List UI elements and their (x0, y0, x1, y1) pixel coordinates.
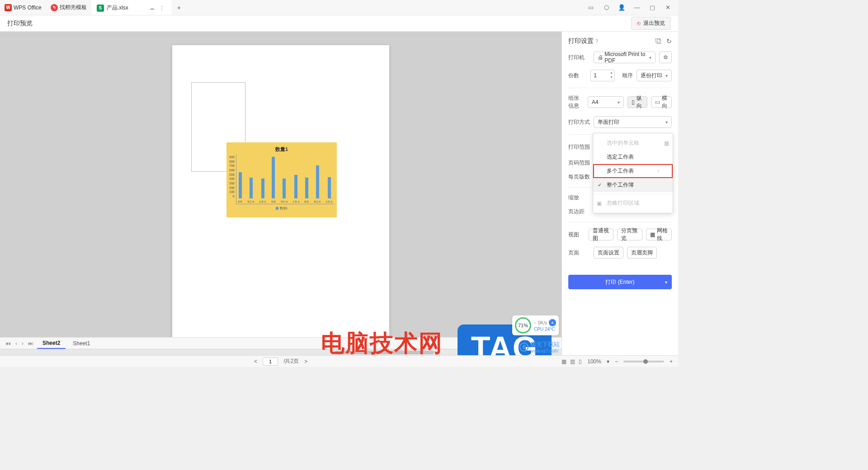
tab-file-product[interactable]: S 产品.xlsx ☁ ⋮ (91, 0, 172, 15)
dropdown-option-whole-workbook[interactable]: ✓整个工作簿 (593, 178, 673, 192)
chart-legend: 数量1 (226, 204, 337, 212)
titlebar: W WPS Office ✎ 找稻壳模板 S 产品.xlsx ☁ ⋮ + ▭ ⬡… (0, 0, 678, 15)
print-button[interactable]: 打印 (Enter)▾ (568, 275, 672, 289)
page-row: 页面 页面设置 页眉页脚 (568, 247, 672, 258)
print-range-dropdown: 选中的单元格 ▦ 选定工作表 多个工作表› ✓整个工作簿 ▣忽略打印区域 (593, 133, 673, 213)
zoom-thumb[interactable] (643, 359, 648, 364)
preview-header: 打印预览 ⎋ 退出预览 (0, 15, 678, 32)
sheet-nav-first[interactable]: ⏮ (4, 339, 13, 348)
view-mode-3-icon[interactable]: ▯ (579, 358, 582, 365)
print-method-select[interactable]: 单面打印▾ (594, 116, 672, 128)
copies-row: 份数 1 ▲▼ 顺序 逐份打印▾ (568, 70, 672, 81)
help-icon[interactable]: ? (595, 38, 598, 44)
chart-title: 数量1 (226, 142, 337, 155)
view-grid-button[interactable]: ▦网格线 (646, 229, 672, 240)
check-icon: ✓ (598, 182, 602, 188)
window-minimize-button[interactable]: — (630, 1, 644, 14)
paper-select[interactable]: A4▾ (588, 96, 624, 108)
avatar-icon[interactable]: 👤 (615, 1, 628, 14)
landscape-icon: ▭ (655, 99, 660, 105)
preview-scroll[interactable]: 数量1 9008007006005004003002001000 铅笔笔记本文具… (0, 32, 561, 337)
sheet-nav: ⏮ ‹ › ⏭ (4, 339, 35, 348)
printer-select[interactable]: 🖨 Microsoft Print to PDF▾ (594, 52, 656, 63)
zoom-slider[interactable] (623, 361, 664, 362)
orientation-landscape-button[interactable]: ▭横向 (651, 96, 672, 108)
tab-close-icon[interactable]: ⋮ (157, 5, 166, 11)
page-number-input[interactable] (263, 357, 278, 366)
bar: 文具盒 (292, 175, 300, 204)
sheet-nav-last[interactable]: ⏭ (26, 339, 35, 348)
header-footer-button[interactable]: 页眉页脚 (627, 247, 657, 258)
print-method-row: 打印方式 单面打印▾ (568, 116, 672, 128)
print-page: 数量1 9008007006005004003002001000 铅笔笔记本文具… (172, 45, 389, 337)
page-total: /共2页 (283, 357, 299, 365)
jiguang-icon: 6 (519, 343, 528, 352)
portrait-icon: ▯ (632, 99, 635, 105)
app-name: WPS Office (14, 5, 42, 11)
plus-icon[interactable]: + (549, 319, 556, 326)
view-normal-button[interactable]: 普通视图 (589, 229, 613, 240)
tab-chat-icon[interactable]: ☁ (149, 5, 155, 11)
window-maximize-button[interactable]: ▢ (646, 1, 659, 14)
page-next-button[interactable]: > (304, 358, 307, 365)
sheet-tab-sheet1[interactable]: Sheet1 (67, 338, 95, 348)
chevron-down-icon: ▾ (649, 55, 651, 60)
bar: 文具盒 (325, 177, 333, 204)
statusbar: < /共2页 > ▦ ▥ ▯ 100% ▾ − + (0, 355, 678, 367)
sheet-tab-sheet2[interactable]: Sheet2 (37, 338, 66, 349)
chevron-right-icon: › (658, 169, 659, 174)
monitor-ring: 71% (515, 317, 531, 334)
printer-row: 打印机 🖨 Microsoft Print to PDF▾ ⚙ (568, 52, 672, 63)
spin-up-icon[interactable]: ▲ (610, 71, 613, 74)
view-row: 视图 普通视图 分页预览 ▦网格线 (568, 229, 672, 240)
sheet-nav-next[interactable]: › (20, 339, 25, 348)
page-setup-button[interactable]: 页面设置 (594, 247, 623, 258)
panel-settings-icon[interactable]: ⿻ (656, 38, 662, 45)
layout-icon[interactable]: ▭ (584, 1, 598, 14)
tab-docer[interactable]: ✎ 找稻壳模板 (46, 0, 91, 15)
system-monitor: 71% ↑0K/s+ CPU 24°C (512, 315, 559, 335)
docer-label: 找稻壳模板 (60, 4, 87, 11)
printer-icon: 🖨 (598, 54, 603, 61)
view-mode-2-icon[interactable]: ▥ (570, 358, 575, 365)
tab-wps-office[interactable]: W WPS Office (0, 0, 46, 15)
tab-add-button[interactable]: + (172, 4, 186, 11)
dropdown-option-multi-sheets[interactable]: 多个工作表› (593, 164, 673, 178)
bar: 文具盒 (259, 179, 267, 204)
copies-input[interactable]: 1 ▲▼ (590, 70, 615, 81)
exit-icon: ⎋ (637, 20, 641, 27)
orientation-portrait-button[interactable]: ▯纵向 (627, 96, 647, 108)
watermark-text: 电脑技术网 (321, 328, 443, 355)
print-settings-panel: 打印设置 ? ⿻ ↻ 打印机 🖨 Microsoft Print to PDF▾… (561, 32, 678, 355)
window-close-button[interactable]: ✕ (661, 1, 675, 14)
view-page-button[interactable]: 分页预览 (617, 229, 642, 240)
view-mode-1-icon[interactable]: ▦ (561, 358, 566, 365)
page-prev-button[interactable]: < (254, 358, 257, 365)
order-select[interactable]: 逐份打印▾ (637, 70, 672, 81)
panel-refresh-icon[interactable]: ↻ (666, 38, 672, 45)
dropdown-option-selected-sheet[interactable]: 选定工作表 (593, 150, 673, 164)
exit-label: 退出预览 (643, 19, 665, 27)
wps-icon: W (5, 4, 12, 11)
window-controls: ▭ ⬡ 👤 — ▢ ✕ (584, 1, 678, 14)
zoom-out-button[interactable]: − (615, 358, 618, 365)
file-name: 产品.xlsx (107, 4, 128, 12)
chevron-down-icon: ▾ (665, 280, 667, 285)
legend-swatch (276, 207, 278, 210)
bar: 笔记本 (247, 178, 255, 204)
panel-title-row: 打印设置 ? ⿻ ↻ (568, 37, 672, 45)
zoom-in-button[interactable]: + (670, 358, 673, 365)
printer-settings-button[interactable]: ⚙ (659, 52, 672, 63)
paper-row: 纸张信息 A4▾ ▯纵向 ▭横向 (568, 94, 672, 110)
sheet-nav-prev[interactable]: ‹ (14, 339, 19, 348)
bar: 铅笔 (270, 157, 276, 204)
bar: 铅笔 (304, 178, 310, 204)
panel-title: 打印设置 (568, 37, 594, 45)
zoom-dropdown-icon[interactable]: ▾ (607, 358, 609, 365)
spin-down-icon[interactable]: ▼ (610, 75, 613, 79)
dropdown-option-ignore-area: ▣忽略打印区域 (593, 196, 673, 210)
page-title: 打印预览 (7, 19, 33, 28)
bar: 笔记本 (313, 165, 321, 204)
cube-icon[interactable]: ⬡ (599, 1, 613, 14)
exit-preview-button[interactable]: ⎋ 退出预览 (631, 17, 671, 30)
